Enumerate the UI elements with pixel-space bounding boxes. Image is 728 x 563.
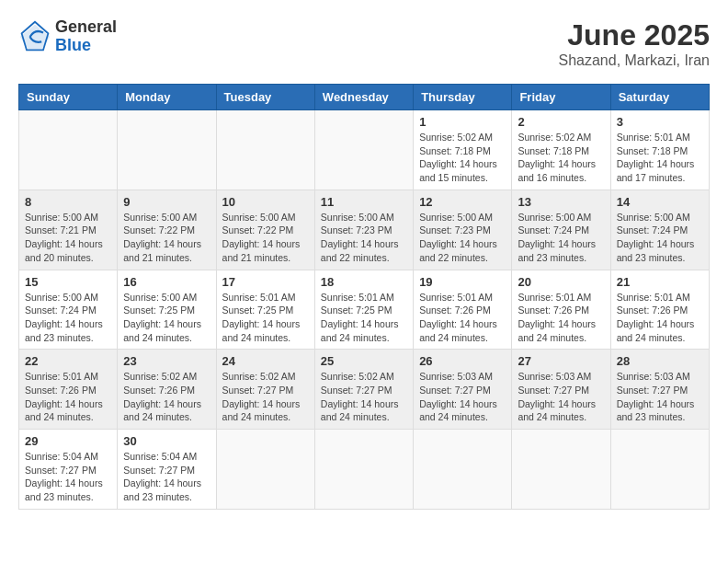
logo: General Blue bbox=[18, 18, 117, 55]
column-header-saturday: Saturday bbox=[610, 85, 709, 110]
day-number: 22 bbox=[25, 354, 111, 368]
day-info: Sunrise: 5:00 AMSunset: 7:22 PMDaylight:… bbox=[123, 211, 210, 265]
calendar-cell bbox=[216, 110, 314, 190]
day-info: Sunrise: 5:02 AMSunset: 7:27 PMDaylight:… bbox=[321, 370, 407, 424]
calendar-week-row: 29Sunrise: 5:04 AMSunset: 7:27 PMDayligh… bbox=[19, 430, 710, 510]
day-number: 17 bbox=[222, 275, 309, 289]
day-number: 16 bbox=[123, 275, 210, 289]
calendar-cell: 10Sunrise: 5:00 AMSunset: 7:22 PMDayligh… bbox=[216, 190, 314, 270]
day-number: 13 bbox=[518, 195, 604, 209]
logo-general: General bbox=[55, 18, 117, 37]
calendar-cell bbox=[118, 110, 216, 190]
day-info: Sunrise: 5:04 AMSunset: 7:27 PMDaylight:… bbox=[123, 450, 210, 504]
calendar-cell: 27Sunrise: 5:03 AMSunset: 7:27 PMDayligh… bbox=[512, 350, 610, 430]
day-info: Sunrise: 5:02 AMSunset: 7:18 PMDaylight:… bbox=[518, 131, 604, 185]
day-number: 9 bbox=[123, 195, 210, 209]
calendar-cell: 19Sunrise: 5:01 AMSunset: 7:26 PMDayligh… bbox=[414, 270, 512, 350]
day-info: Sunrise: 5:01 AMSunset: 7:26 PMDaylight:… bbox=[25, 370, 111, 424]
column-header-wednesday: Wednesday bbox=[314, 85, 413, 110]
day-number: 23 bbox=[123, 354, 210, 368]
logo-icon bbox=[18, 20, 51, 53]
day-info: Sunrise: 5:01 AMSunset: 7:25 PMDaylight:… bbox=[222, 291, 309, 345]
day-info: Sunrise: 5:00 AMSunset: 7:23 PMDaylight:… bbox=[419, 211, 506, 265]
calendar-cell: 17Sunrise: 5:01 AMSunset: 7:25 PMDayligh… bbox=[216, 270, 314, 350]
day-number: 25 bbox=[321, 354, 407, 368]
day-number: 11 bbox=[321, 195, 407, 209]
day-number: 8 bbox=[25, 195, 111, 209]
day-info: Sunrise: 5:00 AMSunset: 7:24 PMDaylight:… bbox=[25, 291, 111, 345]
calendar-cell: 26Sunrise: 5:03 AMSunset: 7:27 PMDayligh… bbox=[414, 350, 512, 430]
calendar-cell: 24Sunrise: 5:02 AMSunset: 7:27 PMDayligh… bbox=[216, 350, 314, 430]
month-title: June 2025 bbox=[558, 18, 710, 52]
day-info: Sunrise: 5:00 AMSunset: 7:25 PMDaylight:… bbox=[123, 291, 210, 345]
calendar-cell: 15Sunrise: 5:00 AMSunset: 7:24 PMDayligh… bbox=[19, 270, 118, 350]
logo-blue: Blue bbox=[55, 37, 117, 55]
day-number: 15 bbox=[25, 275, 111, 289]
calendar-week-row: 22Sunrise: 5:01 AMSunset: 7:26 PMDayligh… bbox=[19, 350, 710, 430]
day-number: 10 bbox=[222, 195, 309, 209]
calendar-cell: 13Sunrise: 5:00 AMSunset: 7:24 PMDayligh… bbox=[512, 190, 610, 270]
day-info: Sunrise: 5:02 AMSunset: 7:18 PMDaylight:… bbox=[419, 131, 506, 185]
day-info: Sunrise: 5:00 AMSunset: 7:24 PMDaylight:… bbox=[617, 211, 703, 265]
day-info: Sunrise: 5:03 AMSunset: 7:27 PMDaylight:… bbox=[419, 370, 506, 424]
calendar-cell: 25Sunrise: 5:02 AMSunset: 7:27 PMDayligh… bbox=[314, 350, 413, 430]
day-info: Sunrise: 5:00 AMSunset: 7:23 PMDaylight:… bbox=[321, 211, 407, 265]
calendar-cell: 20Sunrise: 5:01 AMSunset: 7:26 PMDayligh… bbox=[512, 270, 610, 350]
day-number: 18 bbox=[321, 275, 407, 289]
day-info: Sunrise: 5:02 AMSunset: 7:26 PMDaylight:… bbox=[123, 370, 210, 424]
day-number: 21 bbox=[617, 275, 703, 289]
day-number: 29 bbox=[25, 434, 111, 448]
calendar-cell: 30Sunrise: 5:04 AMSunset: 7:27 PMDayligh… bbox=[118, 430, 216, 510]
calendar-cell: 3Sunrise: 5:01 AMSunset: 7:18 PMDaylight… bbox=[610, 110, 709, 190]
calendar-cell bbox=[414, 430, 512, 510]
calendar-cell bbox=[19, 110, 118, 190]
day-info: Sunrise: 5:04 AMSunset: 7:27 PMDaylight:… bbox=[25, 450, 111, 504]
calendar-week-row: 8Sunrise: 5:00 AMSunset: 7:21 PMDaylight… bbox=[19, 190, 710, 270]
day-info: Sunrise: 5:00 AMSunset: 7:24 PMDaylight:… bbox=[518, 211, 604, 265]
day-info: Sunrise: 5:01 AMSunset: 7:26 PMDaylight:… bbox=[518, 291, 604, 345]
day-info: Sunrise: 5:01 AMSunset: 7:25 PMDaylight:… bbox=[321, 291, 407, 345]
column-header-monday: Monday bbox=[118, 85, 216, 110]
calendar-cell: 1Sunrise: 5:02 AMSunset: 7:18 PMDaylight… bbox=[414, 110, 512, 190]
calendar-cell: 16Sunrise: 5:00 AMSunset: 7:25 PMDayligh… bbox=[118, 270, 216, 350]
calendar-cell: 8Sunrise: 5:00 AMSunset: 7:21 PMDaylight… bbox=[19, 190, 118, 270]
page-header: General Blue June 2025 Shazand, Markazi,… bbox=[18, 18, 710, 69]
calendar-cell bbox=[610, 430, 709, 510]
calendar-cell: 11Sunrise: 5:00 AMSunset: 7:23 PMDayligh… bbox=[314, 190, 413, 270]
day-number: 28 bbox=[617, 354, 703, 368]
calendar-cell: 22Sunrise: 5:01 AMSunset: 7:26 PMDayligh… bbox=[19, 350, 118, 430]
calendar-cell: 12Sunrise: 5:00 AMSunset: 7:23 PMDayligh… bbox=[414, 190, 512, 270]
calendar-cell bbox=[512, 430, 610, 510]
calendar-week-row: 1Sunrise: 5:02 AMSunset: 7:18 PMDaylight… bbox=[19, 110, 710, 190]
day-info: Sunrise: 5:00 AMSunset: 7:22 PMDaylight:… bbox=[222, 211, 309, 265]
day-info: Sunrise: 5:01 AMSunset: 7:26 PMDaylight:… bbox=[419, 291, 506, 345]
calendar-cell bbox=[314, 110, 413, 190]
calendar-cell bbox=[314, 430, 413, 510]
column-header-tuesday: Tuesday bbox=[216, 85, 314, 110]
day-number: 27 bbox=[518, 354, 604, 368]
title-block: June 2025 Shazand, Markazi, Iran bbox=[558, 18, 710, 69]
column-header-friday: Friday bbox=[512, 85, 610, 110]
day-number: 3 bbox=[617, 115, 703, 129]
day-info: Sunrise: 5:03 AMSunset: 7:27 PMDaylight:… bbox=[617, 370, 703, 424]
day-number: 2 bbox=[518, 115, 604, 129]
location: Shazand, Markazi, Iran bbox=[558, 52, 710, 69]
day-number: 20 bbox=[518, 275, 604, 289]
calendar-week-row: 15Sunrise: 5:00 AMSunset: 7:24 PMDayligh… bbox=[19, 270, 710, 350]
calendar-cell: 21Sunrise: 5:01 AMSunset: 7:26 PMDayligh… bbox=[610, 270, 709, 350]
day-info: Sunrise: 5:03 AMSunset: 7:27 PMDaylight:… bbox=[518, 370, 604, 424]
day-number: 24 bbox=[222, 354, 309, 368]
day-number: 30 bbox=[123, 434, 210, 448]
calendar-table: SundayMondayTuesdayWednesdayThursdayFrid… bbox=[18, 84, 710, 510]
day-number: 26 bbox=[419, 354, 506, 368]
calendar-cell: 29Sunrise: 5:04 AMSunset: 7:27 PMDayligh… bbox=[19, 430, 118, 510]
day-number: 12 bbox=[419, 195, 506, 209]
calendar-cell: 9Sunrise: 5:00 AMSunset: 7:22 PMDaylight… bbox=[118, 190, 216, 270]
day-info: Sunrise: 5:00 AMSunset: 7:21 PMDaylight:… bbox=[25, 211, 111, 265]
calendar-cell: 18Sunrise: 5:01 AMSunset: 7:25 PMDayligh… bbox=[314, 270, 413, 350]
calendar-header-row: SundayMondayTuesdayWednesdayThursdayFrid… bbox=[19, 85, 710, 110]
column-header-thursday: Thursday bbox=[414, 85, 512, 110]
calendar-cell: 14Sunrise: 5:00 AMSunset: 7:24 PMDayligh… bbox=[610, 190, 709, 270]
day-number: 19 bbox=[419, 275, 506, 289]
day-number: 14 bbox=[617, 195, 703, 209]
